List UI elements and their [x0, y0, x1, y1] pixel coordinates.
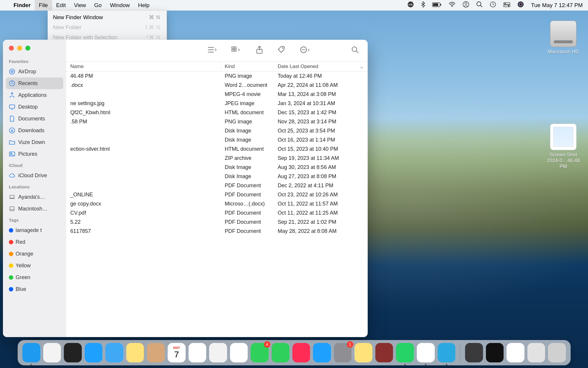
file-row[interactable]: Disk Image Oct 25, 2023 at 3:54 PM: [66, 126, 368, 135]
search-icon[interactable]: [348, 44, 362, 57]
file-row[interactable]: CV.pdf PDF Document Oct 11, 2022 at 11:2…: [66, 208, 368, 218]
control-center-icon[interactable]: [503, 2, 510, 9]
dock-app-photos[interactable]: [230, 343, 248, 362]
dock-app-safari[interactable]: [85, 343, 103, 362]
sidebar-item-macintosh-[interactable]: Macintosh…: [6, 203, 63, 215]
dock-app-dictionary[interactable]: [375, 343, 393, 362]
view-grid-icon[interactable]: [228, 44, 244, 57]
sidebar-tag-blue[interactable]: Blue: [6, 283, 63, 295]
sidebar-item-recents[interactable]: Recents: [6, 77, 63, 89]
dock-app-appstore[interactable]: [313, 343, 331, 362]
timemachine-icon[interactable]: [490, 1, 496, 9]
user-switch-icon[interactable]: [463, 1, 469, 9]
dock-app-chrome[interactable]: [417, 343, 435, 362]
more-icon[interactable]: [297, 44, 313, 57]
dock-app-finder[interactable]: [22, 343, 40, 362]
dock-app-launchpad[interactable]: [43, 343, 61, 362]
file-row[interactable]: MPEG-4 movie Mar 13, 2024 at 3:08 PM: [66, 90, 368, 99]
dock-app-textedit[interactable]: [507, 343, 524, 362]
menubar-clock[interactable]: Tue May 7 12:47 PM: [531, 2, 583, 9]
tag-dot-icon: [9, 228, 13, 233]
dock-app-tips[interactable]: [354, 343, 372, 362]
sidebar-tag-lamagede-t[interactable]: lamagede t: [6, 224, 63, 236]
file-date: Apr 22, 2024 at 11:08 AM: [274, 81, 368, 90]
col-date[interactable]: Date Last Opened ⌄: [274, 62, 368, 71]
menu-go[interactable]: Go: [90, 0, 106, 11]
dock-app-messages[interactable]: [271, 343, 289, 362]
dock-app-calculator[interactable]: [465, 343, 483, 362]
dock-app-siri[interactable]: [64, 343, 82, 362]
file-row[interactable]: PDF Document Dec 2, 2022 at 4:11 PM: [66, 181, 368, 190]
dock-app-contacts[interactable]: [147, 343, 165, 362]
file-row[interactable]: .docx Word 2…ocument Apr 22, 2024 at 11:…: [66, 81, 368, 90]
dock-app-activity[interactable]: [486, 343, 504, 362]
menu-window[interactable]: Window: [106, 0, 134, 11]
file-kind: MPEG-4 movie: [221, 90, 274, 99]
mk-status-icon[interactable]: mk: [407, 1, 414, 9]
dock-app-reminders[interactable]: [189, 343, 206, 362]
sidebar-item-icloud-drive[interactable]: iCloud Drive: [6, 170, 63, 181]
file-row[interactable]: Disk Image Aug 30, 2023 at 8:56 AM: [66, 163, 368, 172]
wifi-icon[interactable]: [449, 2, 456, 9]
file-row[interactable]: ne settings.jpg JPEG image Jan 3, 2024 a…: [66, 99, 368, 108]
battery-icon[interactable]: [432, 2, 442, 9]
app-menu[interactable]: Finder: [9, 0, 35, 11]
dock-app-settings[interactable]: 1: [334, 343, 352, 362]
dock-app-whatsapp[interactable]: [396, 343, 414, 362]
close-button[interactable]: [9, 46, 14, 51]
file-row[interactable]: Disk Image Oct 16, 2023 at 1:14 PM: [66, 135, 368, 145]
desktop-icon-hd[interactable]: Macintosh HD: [546, 21, 581, 55]
sidebar-tag-green[interactable]: Green: [6, 271, 63, 283]
menu-item[interactable]: New Finder Window⌘ N: [48, 12, 167, 22]
zoom-button[interactable]: [25, 46, 30, 51]
menu-edit[interactable]: Edit: [52, 0, 70, 11]
file-row[interactable]: ge copy.docx Microso…(.docx) Oct 11, 202…: [66, 199, 368, 208]
file-row[interactable]: ZIP archive Sep 19, 2023 at 11:34 AM: [66, 154, 368, 163]
file-row[interactable]: Disk Image Aug 27, 2023 at 8:08 PM: [66, 172, 368, 181]
dock-app-trash[interactable]: [548, 343, 566, 362]
bluetooth-icon[interactable]: [421, 1, 425, 9]
sidebar-tag-red[interactable]: Red: [6, 236, 63, 248]
sidebar-item-ayanda-s-[interactable]: Ayanda's…: [6, 191, 63, 203]
dock-app-notes[interactable]: [126, 343, 144, 362]
spotlight-icon[interactable]: [476, 1, 483, 9]
dock-app-calendar[interactable]: MAY7: [168, 343, 186, 362]
siri-icon[interactable]: [517, 1, 524, 9]
menu-view[interactable]: View: [70, 0, 90, 11]
menu-file[interactable]: File: [35, 0, 52, 11]
dock-app-mail[interactable]: [105, 343, 123, 362]
sidebar-item-downloads[interactable]: Downloads: [6, 125, 63, 136]
tags-icon[interactable]: [275, 44, 288, 57]
sidebar-item-airdrop[interactable]: AirDrop: [6, 66, 63, 77]
dock-app-maps[interactable]: [209, 343, 227, 362]
file-row[interactable]: 5.22 PDF Document Sep 21, 2022 at 1:02 P…: [66, 218, 368, 227]
file-name: [66, 181, 221, 190]
file-row[interactable]: .58 PM PNG image Nov 28, 2023 at 3:14 PM: [66, 117, 368, 126]
dock-app-downloads[interactable]: [527, 343, 545, 362]
file-row[interactable]: _ONLINE PDF Document Oct 23, 2022 at 10:…: [66, 190, 368, 199]
sidebar-tag-yellow[interactable]: Yellow: [6, 260, 63, 271]
sidebar-item-label: lamagede t: [16, 227, 42, 233]
sidebar-item-documents[interactable]: Documents: [6, 113, 63, 125]
sidebar-item-pictures[interactable]: Pictures: [6, 148, 63, 160]
col-name[interactable]: Name: [66, 62, 221, 71]
sidebar-item-vuze-down[interactable]: Vuze Down: [6, 136, 63, 148]
file-row[interactable]: 6117857 PDF Document May 28, 2022 at 8:0…: [66, 227, 368, 236]
col-kind[interactable]: Kind: [221, 62, 274, 71]
dock-app-music[interactable]: [292, 343, 310, 362]
desktop-icon-screenshot[interactable]: Screen Shot 2024-0…46.48 PM: [546, 124, 581, 170]
file-row[interactable]: ection-silver.html HTML document Oct 15,…: [66, 145, 368, 154]
sidebar-item-desktop[interactable]: Desktop: [6, 101, 63, 113]
sidebar-item-applications[interactable]: Applications: [6, 89, 63, 101]
view-list-icon[interactable]: [205, 44, 219, 57]
file-row[interactable]: 46.48 PM PNG image Today at 12:46 PM: [66, 72, 368, 81]
file-kind: PDF Document: [221, 227, 274, 236]
minimize-button[interactable]: [17, 46, 22, 51]
menu-help[interactable]: Help: [134, 0, 154, 11]
share-icon[interactable]: [253, 44, 266, 58]
dock-app-facetime[interactable]: 4: [251, 343, 269, 362]
file-row[interactable]: Qf2C_Kbwh.html HTML document Dec 15, 202…: [66, 108, 368, 117]
sidebar-group-title: Tags: [3, 215, 66, 224]
sidebar-tag-orange[interactable]: Orange: [6, 248, 63, 260]
dock-app-mk-app[interactable]: [438, 343, 456, 362]
